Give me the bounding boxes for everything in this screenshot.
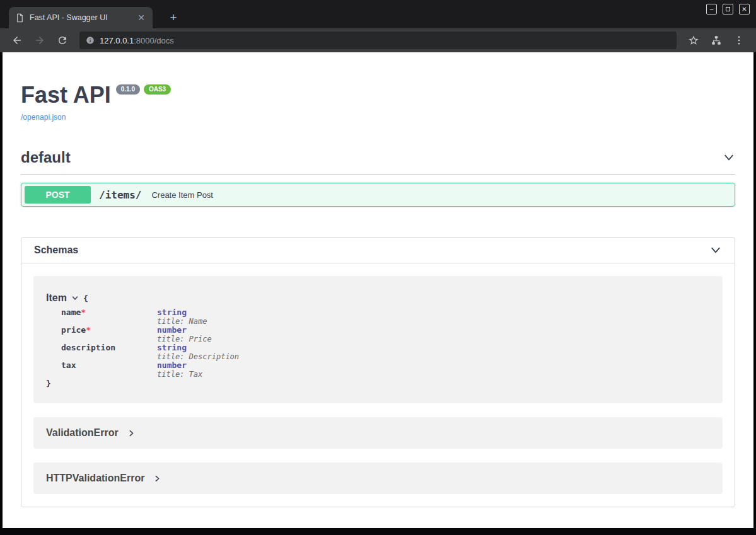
model-name: Item: [46, 292, 67, 304]
property-title: title: Name: [157, 317, 710, 326]
reload-button[interactable]: [53, 31, 72, 50]
page-icon: [15, 13, 25, 23]
tab-close-icon[interactable]: ✕: [136, 13, 146, 22]
model-item-header[interactable]: Item {: [46, 292, 710, 304]
url-path: :8000/docs: [134, 36, 174, 45]
swagger-ui: Fast API 0.1.0 OAS3 /openapi.json defaul…: [3, 83, 753, 507]
schemas-header[interactable]: Schemas: [21, 238, 735, 263]
property-title: title: Tax: [157, 370, 710, 379]
new-tab-button[interactable]: +: [165, 9, 182, 26]
model-item: Item { name* string title: N: [33, 276, 723, 403]
property-type: string: [157, 308, 710, 317]
chevron-right-icon[interactable]: [153, 475, 161, 483]
open-brace: {: [83, 294, 88, 303]
close-brace: }: [46, 379, 710, 388]
schemas-section: Schemas Item {: [21, 237, 735, 507]
forward-button[interactable]: [30, 31, 49, 50]
opblock-summary: Create Item Post: [151, 190, 213, 200]
property-row: price* number title: Price: [61, 326, 710, 343]
close-button[interactable]: ✕: [739, 4, 750, 14]
url-host: 127.0.0.1: [100, 36, 134, 45]
property-name: price*: [61, 326, 157, 335]
model-name: ValidationError: [46, 427, 119, 439]
chevron-down-icon[interactable]: [723, 151, 735, 164]
property-row: tax number title: Tax: [61, 361, 710, 379]
schemas-label: Schemas: [34, 244, 78, 256]
window-bottom-border: [0, 528, 756, 535]
openapi-spec-link[interactable]: /openapi.json: [21, 113, 66, 122]
window-controls: – ✕: [706, 4, 750, 14]
site-info-icon[interactable]: [86, 36, 95, 45]
tab-title: Fast API - Swagger UI: [30, 13, 131, 22]
model-validation-error[interactable]: ValidationError: [33, 417, 723, 449]
browser-toolbar: 127.0.0.1:8000/docs: [0, 28, 756, 52]
back-button[interactable]: [8, 31, 26, 50]
tag-label: default: [21, 149, 71, 166]
url-text[interactable]: 127.0.0.1:8000/docs: [100, 36, 174, 45]
browser-menu-button[interactable]: [730, 31, 748, 50]
tab-tree-extension-icon[interactable]: [707, 31, 726, 50]
version-badge: 0.1.0: [116, 84, 140, 95]
opblock-path[interactable]: /items/: [99, 189, 141, 201]
model-http-validation-error[interactable]: HTTPValidationError: [33, 463, 723, 494]
schemas-body: Item { name* string title: N: [21, 263, 735, 507]
chevron-down-icon[interactable]: [709, 244, 722, 256]
property-name: description: [61, 343, 157, 352]
oas3-badge: OAS3: [144, 84, 171, 95]
tag-section-default[interactable]: default: [21, 149, 735, 175]
maximize-button[interactable]: [723, 4, 733, 14]
post-method-badge[interactable]: POST: [25, 186, 91, 204]
chevron-right-icon[interactable]: [127, 429, 136, 437]
property-title: title: Price: [157, 335, 710, 343]
chevron-down-icon[interactable]: [71, 294, 79, 302]
minimize-button[interactable]: –: [706, 4, 717, 14]
maximize-icon: [726, 7, 730, 11]
page-title: Fast API: [21, 83, 111, 108]
browser-tab[interactable]: Fast API - Swagger UI ✕: [9, 7, 153, 28]
property-type: string: [157, 343, 710, 352]
browser-window: Fast API - Swagger UI ✕ + – ✕ 127.0.0.1:…: [0, 0, 756, 535]
property-detail: string title: Name: [157, 308, 710, 326]
property-row: name* string title: Name: [61, 308, 710, 326]
model-name: HTTPValidationError: [46, 473, 144, 484]
page-content: Fast API 0.1.0 OAS3 /openapi.json defaul…: [3, 52, 753, 528]
bookmark-star-icon[interactable]: [684, 31, 703, 50]
api-info: Fast API 0.1.0 OAS3 /openapi.json: [21, 83, 735, 122]
property-title: title: Description: [157, 352, 710, 361]
required-marker: *: [81, 308, 86, 317]
property-detail: string title: Description: [157, 343, 710, 361]
property-row: description string title: Description: [61, 343, 710, 361]
model-properties: name* string title: Name price* number: [61, 308, 710, 379]
property-name: tax: [61, 361, 157, 370]
opblock-post-items[interactable]: POST /items/ Create Item Post: [21, 183, 735, 207]
required-marker: *: [86, 325, 91, 335]
browser-titlebar: Fast API - Swagger UI ✕ + – ✕: [0, 0, 756, 28]
property-type: number: [157, 326, 710, 335]
property-name: name*: [61, 308, 157, 317]
property-type: number: [157, 361, 710, 370]
api-badges: 0.1.0 OAS3: [116, 84, 171, 95]
property-detail: number title: Tax: [157, 361, 710, 379]
property-detail: number title: Price: [157, 326, 710, 343]
address-bar[interactable]: 127.0.0.1:8000/docs: [79, 32, 677, 49]
